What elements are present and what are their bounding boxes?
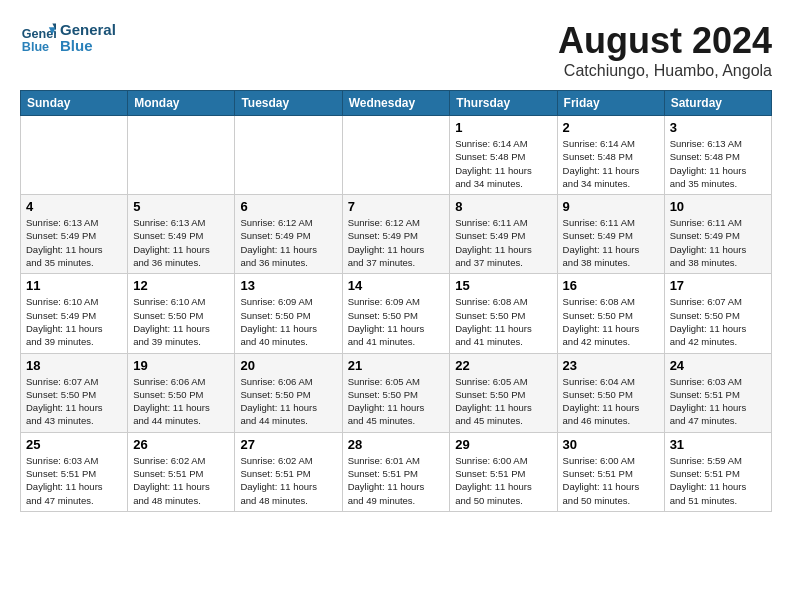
day-number: 16 xyxy=(563,278,659,293)
day-number: 29 xyxy=(455,437,551,452)
calendar-cell: 1Sunrise: 6:14 AMSunset: 5:48 PMDaylight… xyxy=(450,116,557,195)
day-info: Sunrise: 6:11 AMSunset: 5:49 PMDaylight:… xyxy=(563,216,659,269)
day-number: 11 xyxy=(26,278,122,293)
day-info: Sunrise: 5:59 AMSunset: 5:51 PMDaylight:… xyxy=(670,454,766,507)
day-number: 30 xyxy=(563,437,659,452)
calendar-cell: 27Sunrise: 6:02 AMSunset: 5:51 PMDayligh… xyxy=(235,432,342,511)
day-info: Sunrise: 6:12 AMSunset: 5:49 PMDaylight:… xyxy=(240,216,336,269)
calendar-cell: 22Sunrise: 6:05 AMSunset: 5:50 PMDayligh… xyxy=(450,353,557,432)
calendar-title: August 2024 xyxy=(558,20,772,62)
calendar-cell: 25Sunrise: 6:03 AMSunset: 5:51 PMDayligh… xyxy=(21,432,128,511)
day-info: Sunrise: 6:00 AMSunset: 5:51 PMDaylight:… xyxy=(563,454,659,507)
day-info: Sunrise: 6:01 AMSunset: 5:51 PMDaylight:… xyxy=(348,454,445,507)
day-number: 7 xyxy=(348,199,445,214)
day-number: 10 xyxy=(670,199,766,214)
day-info: Sunrise: 6:10 AMSunset: 5:49 PMDaylight:… xyxy=(26,295,122,348)
calendar-cell xyxy=(235,116,342,195)
week-row-3: 11Sunrise: 6:10 AMSunset: 5:49 PMDayligh… xyxy=(21,274,772,353)
calendar-cell: 4Sunrise: 6:13 AMSunset: 5:49 PMDaylight… xyxy=(21,195,128,274)
day-info: Sunrise: 6:05 AMSunset: 5:50 PMDaylight:… xyxy=(455,375,551,428)
calendar-cell: 7Sunrise: 6:12 AMSunset: 5:49 PMDaylight… xyxy=(342,195,450,274)
week-row-1: 1Sunrise: 6:14 AMSunset: 5:48 PMDaylight… xyxy=(21,116,772,195)
day-number: 25 xyxy=(26,437,122,452)
day-info: Sunrise: 6:13 AMSunset: 5:49 PMDaylight:… xyxy=(26,216,122,269)
day-info: Sunrise: 6:08 AMSunset: 5:50 PMDaylight:… xyxy=(563,295,659,348)
day-info: Sunrise: 6:06 AMSunset: 5:50 PMDaylight:… xyxy=(133,375,229,428)
calendar-cell: 19Sunrise: 6:06 AMSunset: 5:50 PMDayligh… xyxy=(128,353,235,432)
day-number: 24 xyxy=(670,358,766,373)
day-number: 8 xyxy=(455,199,551,214)
day-info: Sunrise: 6:14 AMSunset: 5:48 PMDaylight:… xyxy=(563,137,659,190)
calendar-cell: 10Sunrise: 6:11 AMSunset: 5:49 PMDayligh… xyxy=(664,195,771,274)
day-number: 13 xyxy=(240,278,336,293)
calendar-cell: 16Sunrise: 6:08 AMSunset: 5:50 PMDayligh… xyxy=(557,274,664,353)
day-number: 5 xyxy=(133,199,229,214)
day-number: 20 xyxy=(240,358,336,373)
day-number: 2 xyxy=(563,120,659,135)
day-number: 26 xyxy=(133,437,229,452)
calendar-header-row: SundayMondayTuesdayWednesdayThursdayFrid… xyxy=(21,91,772,116)
calendar-cell xyxy=(128,116,235,195)
calendar-cell: 11Sunrise: 6:10 AMSunset: 5:49 PMDayligh… xyxy=(21,274,128,353)
col-header-thursday: Thursday xyxy=(450,91,557,116)
logo-line1: General xyxy=(60,22,116,39)
day-info: Sunrise: 6:02 AMSunset: 5:51 PMDaylight:… xyxy=(133,454,229,507)
day-info: Sunrise: 6:03 AMSunset: 5:51 PMDaylight:… xyxy=(26,454,122,507)
day-number: 1 xyxy=(455,120,551,135)
day-number: 21 xyxy=(348,358,445,373)
day-info: Sunrise: 6:13 AMSunset: 5:48 PMDaylight:… xyxy=(670,137,766,190)
week-row-4: 18Sunrise: 6:07 AMSunset: 5:50 PMDayligh… xyxy=(21,353,772,432)
day-info: Sunrise: 6:07 AMSunset: 5:50 PMDaylight:… xyxy=(670,295,766,348)
day-info: Sunrise: 6:04 AMSunset: 5:50 PMDaylight:… xyxy=(563,375,659,428)
calendar-cell: 29Sunrise: 6:00 AMSunset: 5:51 PMDayligh… xyxy=(450,432,557,511)
calendar-cell: 24Sunrise: 6:03 AMSunset: 5:51 PMDayligh… xyxy=(664,353,771,432)
day-info: Sunrise: 6:00 AMSunset: 5:51 PMDaylight:… xyxy=(455,454,551,507)
day-info: Sunrise: 6:11 AMSunset: 5:49 PMDaylight:… xyxy=(455,216,551,269)
calendar-cell: 31Sunrise: 5:59 AMSunset: 5:51 PMDayligh… xyxy=(664,432,771,511)
day-info: Sunrise: 6:06 AMSunset: 5:50 PMDaylight:… xyxy=(240,375,336,428)
calendar-cell: 14Sunrise: 6:09 AMSunset: 5:50 PMDayligh… xyxy=(342,274,450,353)
logo: General Blue General Blue xyxy=(20,20,116,56)
col-header-friday: Friday xyxy=(557,91,664,116)
logo-line2: Blue xyxy=(60,38,116,55)
day-info: Sunrise: 6:07 AMSunset: 5:50 PMDaylight:… xyxy=(26,375,122,428)
day-number: 6 xyxy=(240,199,336,214)
calendar-cell: 5Sunrise: 6:13 AMSunset: 5:49 PMDaylight… xyxy=(128,195,235,274)
calendar-cell: 15Sunrise: 6:08 AMSunset: 5:50 PMDayligh… xyxy=(450,274,557,353)
day-info: Sunrise: 6:11 AMSunset: 5:49 PMDaylight:… xyxy=(670,216,766,269)
page-header: General Blue General Blue August 2024 Ca… xyxy=(20,20,772,80)
day-number: 4 xyxy=(26,199,122,214)
calendar-subtitle: Catchiungo, Huambo, Angola xyxy=(558,62,772,80)
day-info: Sunrise: 6:10 AMSunset: 5:50 PMDaylight:… xyxy=(133,295,229,348)
calendar-cell: 6Sunrise: 6:12 AMSunset: 5:49 PMDaylight… xyxy=(235,195,342,274)
calendar-cell: 8Sunrise: 6:11 AMSunset: 5:49 PMDaylight… xyxy=(450,195,557,274)
day-number: 14 xyxy=(348,278,445,293)
calendar-cell: 2Sunrise: 6:14 AMSunset: 5:48 PMDaylight… xyxy=(557,116,664,195)
day-number: 17 xyxy=(670,278,766,293)
day-number: 22 xyxy=(455,358,551,373)
calendar-cell: 18Sunrise: 6:07 AMSunset: 5:50 PMDayligh… xyxy=(21,353,128,432)
calendar-cell: 23Sunrise: 6:04 AMSunset: 5:50 PMDayligh… xyxy=(557,353,664,432)
calendar-cell xyxy=(21,116,128,195)
calendar-cell: 17Sunrise: 6:07 AMSunset: 5:50 PMDayligh… xyxy=(664,274,771,353)
day-number: 31 xyxy=(670,437,766,452)
day-info: Sunrise: 6:14 AMSunset: 5:48 PMDaylight:… xyxy=(455,137,551,190)
calendar-cell: 9Sunrise: 6:11 AMSunset: 5:49 PMDaylight… xyxy=(557,195,664,274)
calendar-cell: 20Sunrise: 6:06 AMSunset: 5:50 PMDayligh… xyxy=(235,353,342,432)
week-row-2: 4Sunrise: 6:13 AMSunset: 5:49 PMDaylight… xyxy=(21,195,772,274)
day-number: 27 xyxy=(240,437,336,452)
day-info: Sunrise: 6:09 AMSunset: 5:50 PMDaylight:… xyxy=(348,295,445,348)
calendar-cell: 12Sunrise: 6:10 AMSunset: 5:50 PMDayligh… xyxy=(128,274,235,353)
day-info: Sunrise: 6:09 AMSunset: 5:50 PMDaylight:… xyxy=(240,295,336,348)
day-number: 19 xyxy=(133,358,229,373)
calendar-cell: 28Sunrise: 6:01 AMSunset: 5:51 PMDayligh… xyxy=(342,432,450,511)
day-number: 12 xyxy=(133,278,229,293)
calendar-table: SundayMondayTuesdayWednesdayThursdayFrid… xyxy=(20,90,772,512)
day-info: Sunrise: 6:02 AMSunset: 5:51 PMDaylight:… xyxy=(240,454,336,507)
day-info: Sunrise: 6:12 AMSunset: 5:49 PMDaylight:… xyxy=(348,216,445,269)
day-info: Sunrise: 6:05 AMSunset: 5:50 PMDaylight:… xyxy=(348,375,445,428)
calendar-cell: 13Sunrise: 6:09 AMSunset: 5:50 PMDayligh… xyxy=(235,274,342,353)
calendar-cell xyxy=(342,116,450,195)
col-header-wednesday: Wednesday xyxy=(342,91,450,116)
calendar-cell: 26Sunrise: 6:02 AMSunset: 5:51 PMDayligh… xyxy=(128,432,235,511)
